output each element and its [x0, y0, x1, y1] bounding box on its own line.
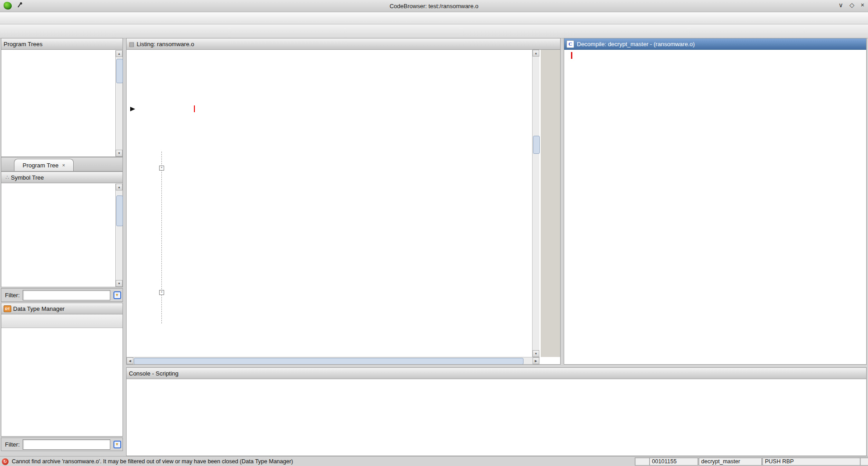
- codebrowser-window: CodeBrowser: test:/ransomware.o ∨ ◇ × Pr…: [0, 0, 868, 466]
- collapse-block-icon[interactable]: +: [159, 290, 164, 295]
- status-message: Cannot find archive 'ransomware.o'. It m…: [12, 458, 293, 465]
- status-alert-icon[interactable]: ↻: [2, 458, 9, 465]
- program-trees-panel: Program Trees ▲ ▼: [1, 38, 123, 157]
- dtm-filter-input[interactable]: [23, 439, 110, 450]
- filter-label: Filter:: [5, 292, 20, 299]
- status-instruction: PUSH RBP: [762, 457, 861, 466]
- decompile-body: [564, 50, 866, 364]
- main-toolbar: [0, 24, 868, 38]
- collapse-block-icon[interactable]: +: [159, 166, 164, 171]
- symbol-filter-input[interactable]: [23, 290, 110, 300]
- close-button[interactable]: ×: [861, 1, 864, 9]
- dtm-toolbar: [1, 315, 123, 328]
- decompile-icon: C: [566, 40, 574, 48]
- console-title: Console - Scripting: [129, 370, 179, 377]
- overview-margin: [541, 50, 560, 357]
- program-tree-tabrow: Program Tree ×: [1, 157, 123, 171]
- dtm-filter-row: Filter: ▼: [1, 437, 123, 451]
- console-header[interactable]: Console - Scripting: [127, 368, 866, 379]
- titlebar: CodeBrowser: test:/ransomware.o ∨ ◇ ×: [0, 0, 868, 12]
- listing-title: Listing: ransomware.o: [137, 41, 194, 48]
- tab-close-icon[interactable]: ×: [62, 162, 65, 168]
- listing-panel: ▤ Listing: ransomware.o + + ▲ ▼ ◀ ▶: [126, 38, 561, 365]
- symbol-tree: [1, 184, 115, 287]
- listing-cursor: [194, 105, 195, 112]
- listing-body: + + ▲ ▼ ◀ ▶: [127, 50, 560, 364]
- symbol-filter-row: Filter: ▼: [1, 288, 123, 302]
- symbol-tree-panel: ∴ Symbol Tree ▲ ▼: [1, 171, 123, 287]
- maximize-button[interactable]: ◇: [849, 1, 854, 9]
- status-function: decrypt_master: [698, 457, 762, 466]
- program-trees-title: Program Trees: [4, 41, 42, 48]
- listing-vscrollbar[interactable]: ▲ ▼: [532, 50, 539, 357]
- listing-header[interactable]: ▤ Listing: ransomware.o: [127, 38, 560, 50]
- console-panel: Console - Scripting: [126, 367, 867, 456]
- dtm-title: Data Type Manager: [13, 305, 65, 312]
- listing-icon: ▤: [129, 41, 134, 48]
- statusbar: ↻ Cannot find archive 'ransomware.o'. It…: [0, 456, 868, 466]
- minimize-button[interactable]: ∨: [839, 1, 843, 9]
- dtm-icon: DT: [4, 305, 11, 312]
- dtm-tree: [1, 328, 123, 436]
- decompile-cursor: [571, 52, 572, 59]
- symbol-tree-header[interactable]: ∴ Symbol Tree: [1, 172, 123, 183]
- tab-label: Program Tree: [23, 162, 58, 169]
- filter-options-icon[interactable]: ▼: [113, 291, 121, 299]
- decompile-title: Decompile: decrypt_master - (ransomware.…: [577, 41, 695, 48]
- filter-options-icon[interactable]: ▼: [113, 441, 121, 448]
- data-type-manager-panel: DT Data Type Manager: [1, 303, 123, 437]
- program-trees-scrollbar[interactable]: ▲ ▼: [115, 50, 123, 157]
- dtm-header[interactable]: DT Data Type Manager: [1, 303, 123, 314]
- symbol-tree-title: Symbol Tree: [11, 174, 44, 181]
- current-location-arrow: [130, 107, 135, 111]
- menubar: [0, 12, 868, 24]
- symbol-tree-scrollbar[interactable]: ▲ ▼: [115, 184, 123, 287]
- function-scope-line: [161, 152, 162, 323]
- filter-label: Filter:: [5, 441, 20, 448]
- program-tree: [1, 51, 115, 157]
- listing-hscrollbar[interactable]: ◀ ▶: [127, 357, 540, 364]
- decompile-header[interactable]: C Decompile: decrypt_master - (ransomwar…: [564, 38, 866, 50]
- status-cell-empty: [635, 457, 651, 466]
- program-trees-header[interactable]: Program Trees: [1, 38, 123, 50]
- symbol-tree-icon: ∴: [4, 174, 11, 181]
- console-output[interactable]: [127, 379, 866, 456]
- decompile-panel: C Decompile: decrypt_master - (ransomwar…: [564, 38, 867, 365]
- tab-program-tree[interactable]: Program Tree ×: [14, 159, 74, 171]
- status-cell-empty: [860, 457, 868, 466]
- status-address: 00101155: [649, 457, 698, 466]
- window-title: CodeBrowser: test:/ransomware.o: [0, 3, 868, 10]
